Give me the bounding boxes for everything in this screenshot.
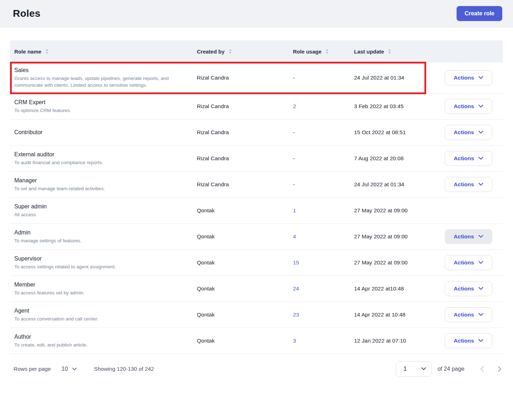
sort-icon[interactable] xyxy=(325,49,329,54)
column-header-role-name[interactable]: Role name xyxy=(10,49,197,55)
last-update: 15 Oct 2022 at 08:51 xyxy=(354,129,437,136)
actions-button[interactable]: Actions xyxy=(445,151,492,166)
created-by: Rizal Candra xyxy=(197,181,293,188)
chevron-down-icon xyxy=(478,287,483,290)
role-description: To access features set by admin. xyxy=(14,289,186,297)
table-row: Author To create, edit, and publish arti… xyxy=(10,328,503,354)
table-row: Contributor Rizal Candra - 15 Oct 2022 a… xyxy=(10,120,503,146)
role-description: To set and manage team-related activitie… xyxy=(14,185,186,192)
actions-button[interactable]: Actions xyxy=(445,177,492,192)
actions-button-label: Actions xyxy=(454,285,474,292)
role-description: To optimize CRM features. xyxy=(14,107,186,114)
actions-button-label: Actions xyxy=(454,259,474,266)
column-header-last-update[interactable]: Last update xyxy=(354,49,437,55)
page-select[interactable]: 1 xyxy=(396,361,432,377)
chevron-down-icon xyxy=(478,313,483,316)
actions-button[interactable]: Actions xyxy=(445,125,492,140)
role-usage[interactable]: 2 xyxy=(293,103,354,110)
actions-button-label: Actions xyxy=(454,103,474,110)
chevron-down-icon xyxy=(478,131,483,134)
total-pages-text: of 24 page xyxy=(437,366,464,372)
role-description: Grants access to manage leads, update pi… xyxy=(14,75,186,89)
created-by: Rizal Candra xyxy=(197,75,293,81)
role-description: To audit financial and compliance report… xyxy=(14,159,186,166)
next-page-button[interactable] xyxy=(496,364,503,374)
actions-button[interactable]: Actions xyxy=(445,307,492,322)
chevron-down-icon xyxy=(478,339,483,342)
create-role-button[interactable]: Create role xyxy=(457,6,502,21)
role-name: Sales xyxy=(14,67,186,74)
role-name: Agent xyxy=(14,307,186,315)
actions-button[interactable]: Actions xyxy=(445,99,492,114)
pagination-bar: Rows per page 10 Showing 120-130 of 242 … xyxy=(10,361,503,377)
actions-button-label: Actions xyxy=(454,233,474,240)
created-by: Rizal Candra xyxy=(197,103,293,110)
role-name-cell: Admin To manage settings of features. xyxy=(10,225,197,248)
sort-icon[interactable] xyxy=(229,49,232,54)
previous-page-button[interactable] xyxy=(479,364,485,374)
actions-button[interactable]: Actions xyxy=(445,229,492,244)
created-by: Rizal Candra xyxy=(197,129,293,136)
actions-cell: Actions xyxy=(437,255,503,270)
chevron-down-icon xyxy=(478,235,483,238)
role-usage[interactable]: 24 xyxy=(293,285,354,292)
last-update: 27 May 2022 at 09:00 xyxy=(354,207,437,214)
role-usage[interactable]: 3 xyxy=(293,338,354,344)
chevron-down-icon xyxy=(478,76,483,79)
actions-cell: Actions xyxy=(437,151,503,166)
created-by: Qontak xyxy=(197,207,293,214)
created-by: Qontak xyxy=(197,312,293,318)
created-by: Rizal Candra xyxy=(197,155,293,162)
role-name: Supervisor xyxy=(14,255,186,263)
roles-table: Role name Created by Role usage Last upd… xyxy=(10,40,503,377)
table-row: Super admin All access Qontak 1 27 May 2… xyxy=(10,198,503,224)
last-update: 27 May 2022 at 09:00 xyxy=(354,259,437,266)
page-header: Roles Create role xyxy=(0,0,513,27)
actions-cell: Actions xyxy=(437,70,503,85)
role-description: All access xyxy=(14,211,186,218)
column-header-role-usage[interactable]: Role usage xyxy=(293,49,354,55)
role-name: Admin xyxy=(14,229,186,237)
role-name-cell: External auditor To audit financial and … xyxy=(10,147,197,170)
actions-button-label: Actions xyxy=(454,129,474,136)
role-usage[interactable]: 1 xyxy=(293,207,354,214)
table-row: External auditor To audit financial and … xyxy=(10,146,503,172)
role-description: To access settings related to agent assi… xyxy=(14,263,186,270)
actions-button-label: Actions xyxy=(454,181,474,188)
role-description: To create, edit, and publish article. xyxy=(14,341,186,349)
actions-button-label: Actions xyxy=(454,75,474,81)
actions-button[interactable]: Actions xyxy=(445,333,492,348)
role-usage[interactable]: 15 xyxy=(293,259,354,266)
role-name: Contributor xyxy=(14,129,186,136)
table-row: Sales Grants access to manage leads, upd… xyxy=(10,62,503,93)
role-usage: - xyxy=(293,129,354,136)
role-usage[interactable]: 23 xyxy=(293,312,354,318)
role-name: Manager xyxy=(14,177,186,184)
actions-button-label: Actions xyxy=(454,155,474,162)
chevron-right-icon xyxy=(498,366,502,372)
role-usage[interactable]: 4 xyxy=(293,233,354,240)
actions-cell: Actions xyxy=(437,125,503,140)
column-header-created-by[interactable]: Created by xyxy=(197,49,293,55)
sort-icon[interactable] xyxy=(45,49,49,54)
chevron-down-icon xyxy=(478,157,483,160)
chevron-left-icon xyxy=(480,366,484,372)
rows-per-page-value: 10 xyxy=(61,366,68,372)
table-row: Manager To set and manage team-related a… xyxy=(10,172,503,198)
last-update: 24 Jul 2022 at 01:34 xyxy=(354,181,437,188)
table-row: Supervisor To access settings related to… xyxy=(10,250,503,276)
column-label: Role usage xyxy=(293,49,322,55)
chevron-down-icon xyxy=(478,183,483,186)
column-label: Last update xyxy=(354,49,384,55)
table-header-row: Role name Created by Role usage Last upd… xyxy=(10,40,503,62)
sort-icon[interactable] xyxy=(388,49,391,54)
table-row: CRM Expert To optimize CRM features. Riz… xyxy=(10,93,503,120)
actions-cell: Actions xyxy=(437,229,503,244)
actions-button[interactable]: Actions xyxy=(445,255,492,270)
actions-button[interactable]: Actions xyxy=(445,70,492,85)
last-update: 12 Jan 2022 at 07:10 xyxy=(354,338,437,344)
actions-button[interactable]: Actions xyxy=(445,281,492,296)
role-name: External auditor xyxy=(14,151,186,158)
rows-per-page-select[interactable]: 10 xyxy=(61,366,77,372)
actions-cell: Actions xyxy=(437,333,503,348)
